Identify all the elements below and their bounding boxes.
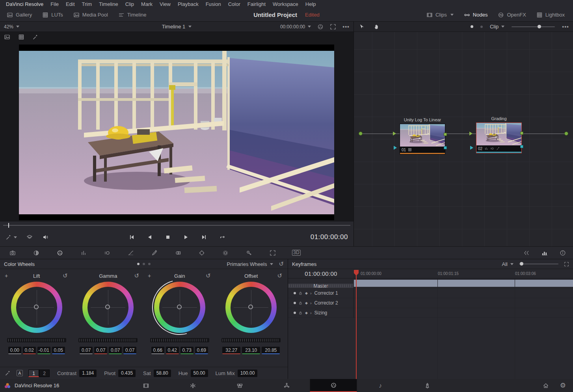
expand-viewer-icon[interactable] [330, 24, 336, 30]
wheel-puck[interactable] [105, 305, 110, 309]
openfx-button[interactable]: OpenFX [493, 12, 531, 18]
reset-icon[interactable]: ↺ [134, 272, 139, 279]
value-box[interactable]: 0.42 [166, 347, 179, 354]
adj-value[interactable]: 50.00 [191, 370, 208, 377]
camera-raw-tool[interactable] [1, 247, 24, 259]
curves-tool[interactable] [119, 247, 143, 259]
node-01-output-port[interactable] [444, 133, 447, 136]
node-01[interactable]: Unity Log To Linear 01 [400, 124, 445, 154]
seek-track[interactable] [3, 225, 350, 226]
loop-button[interactable] [219, 234, 225, 240]
lock-icon[interactable] [298, 311, 303, 315]
keyframes-zoom-slider[interactable] [519, 264, 558, 264]
go-to-end-button[interactable] [201, 234, 207, 240]
project-manager-home-icon[interactable] [543, 383, 549, 389]
chevron-down-icon[interactable] [188, 26, 192, 28]
wheel-puck[interactable] [177, 305, 182, 309]
lock-icon[interactable] [298, 301, 303, 305]
reset-icon[interactable]: ↺ [63, 272, 68, 279]
keyframe-enable-dot[interactable] [294, 292, 296, 294]
power-window-tool[interactable] [166, 247, 190, 259]
track-label[interactable]: Sizing [314, 310, 327, 316]
lift-master-wheel[interactable] [7, 338, 66, 342]
stop-button[interactable] [165, 234, 171, 240]
node-02-rgb-port[interactable] [520, 145, 523, 148]
clip-mode-selector[interactable]: Clip [490, 24, 504, 30]
reset-all-icon[interactable]: ↺ [279, 260, 284, 268]
crosshair-icon[interactable]: + [148, 273, 151, 279]
viewer-timecode-selector[interactable]: 00:00:00:00 [280, 24, 311, 30]
node-options-icon[interactable]: ••• [562, 24, 569, 30]
keyframes-filter-selector[interactable]: All [502, 261, 513, 267]
gallery-button[interactable]: Gallery [2, 12, 37, 18]
value-box[interactable]: 0.66 [151, 347, 164, 354]
timelines-album-icon[interactable] [18, 34, 24, 40]
seek-handle[interactable] [8, 223, 9, 228]
timeline-button[interactable]: Timeline [113, 12, 152, 18]
edit-page-button[interactable] [216, 379, 263, 392]
node-01-thumbnail[interactable] [400, 124, 445, 147]
gain-master-wheel[interactable] [150, 338, 209, 342]
corrector2-track-row[interactable]: ◆ › Corrector 2 [288, 298, 573, 308]
key-tool[interactable] [237, 247, 261, 259]
color-wheel-icon[interactable] [317, 24, 324, 30]
value-box[interactable]: 20.85 [262, 347, 280, 354]
chevron-down-icon[interactable] [16, 26, 19, 28]
gamma-master-wheel[interactable] [78, 338, 138, 342]
menu-trim[interactable]: Trim [78, 0, 96, 8]
expand-track-icon[interactable]: › [310, 310, 312, 315]
adj-value[interactable]: 1.184 [79, 370, 97, 377]
tracker-tool[interactable] [190, 247, 214, 259]
color-wheels-tool[interactable] [48, 247, 72, 259]
clips-button[interactable]: Clips [421, 12, 459, 18]
corrector1-track[interactable] [354, 288, 573, 298]
lightbox-button[interactable]: Lightbox [531, 12, 570, 18]
lock-icon[interactable] [298, 291, 303, 295]
master-track-row[interactable]: Master [288, 279, 573, 288]
wheels-mode-selector[interactable]: Primaries Wheels [227, 261, 273, 267]
keyframes-zoom-knob[interactable] [520, 262, 523, 266]
track-label[interactable]: Master [288, 284, 354, 288]
keyframes-ruler[interactable]: 01:00:00:00 01:00:01:15 01:00:03:06 [354, 269, 573, 278]
value-box[interactable]: 0.73 [180, 347, 193, 354]
value-box[interactable]: 0.07 [94, 347, 107, 354]
playhead[interactable] [356, 270, 357, 379]
menu-clip[interactable]: Clip [122, 0, 138, 8]
viewer-options-icon[interactable]: ••• [342, 24, 350, 30]
diamond-icon[interactable]: ◆ [305, 301, 308, 305]
corrector1-track-row[interactable]: ◆ › Corrector 1 [288, 288, 573, 298]
node-02-thumbnail[interactable] [476, 123, 521, 145]
expand-panel-icon[interactable] [564, 262, 569, 267]
crosshair-icon[interactable]: + [5, 273, 8, 279]
gain-color-wheel[interactable] [154, 282, 205, 333]
cut-page-button[interactable] [169, 379, 216, 392]
value-box[interactable]: 0.00 [8, 347, 21, 354]
keyframe-enable-dot[interactable] [294, 302, 296, 304]
seek-bar[interactable] [0, 221, 353, 228]
reset-icon[interactable]: ↺ [206, 272, 211, 279]
track-label[interactable]: Corrector 1 [314, 290, 338, 296]
split-screen-icon[interactable] [523, 250, 530, 256]
motion-effects-tool[interactable] [95, 247, 119, 259]
value-box[interactable]: 0.05 [52, 347, 65, 354]
node-zoom-slider[interactable] [512, 26, 555, 27]
info-icon[interactable] [560, 250, 566, 256]
blur-tool[interactable] [214, 247, 237, 259]
wheel-page-1-tab[interactable]: 1 [28, 370, 39, 377]
media-pool-button[interactable]: Media Pool [68, 12, 113, 18]
menu-view[interactable]: View [156, 0, 174, 8]
go-to-start-button[interactable] [128, 234, 135, 240]
corrector2-track[interactable] [354, 298, 573, 308]
menu-playback[interactable]: Playback [174, 0, 202, 8]
menu-timeline[interactable]: Timeline [95, 0, 122, 8]
sizing-track[interactable] [354, 308, 573, 318]
menu-fairlight[interactable]: Fairlight [244, 0, 269, 8]
adj-value[interactable]: 58.80 [154, 370, 171, 377]
menu-edit[interactable]: Edit [62, 0, 78, 8]
keyframe-enable-dot[interactable] [294, 312, 296, 314]
sizing-track-row[interactable]: ◆ › Sizing [288, 308, 573, 318]
value-box[interactable]: 0.69 [195, 347, 208, 354]
node-zoom-knob[interactable] [538, 25, 541, 28]
offset-master-wheel[interactable] [221, 338, 281, 342]
zoom-level[interactable]: 42% [4, 24, 13, 30]
